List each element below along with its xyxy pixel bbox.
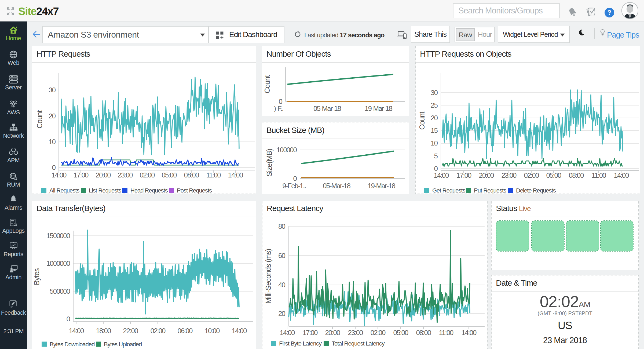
svg-text:06:00: 06:00 — [177, 327, 193, 335]
svg-text:18:00: 18:00 — [96, 327, 111, 335]
svg-text:20:00: 20:00 — [325, 329, 340, 337]
svg-text:10: 10 — [431, 139, 438, 147]
svg-text:08:00: 08:00 — [184, 171, 199, 179]
svg-text:25: 25 — [431, 101, 438, 109]
svg-text:Size(MB): Size(MB) — [265, 149, 273, 176]
svg-text:First Byte Latency: First Byte Latency — [279, 340, 322, 347]
svg-text:14:00: 14:00 — [280, 329, 295, 337]
svg-text:02:00: 02:00 — [370, 329, 386, 337]
svg-text:20: 20 — [431, 114, 438, 122]
svg-text:60: 60 — [278, 252, 285, 260]
svg-text:40: 40 — [278, 281, 285, 289]
svg-text:100000: 100000 — [276, 146, 297, 154]
svg-text:14:00: 14:00 — [51, 171, 67, 179]
svg-text:23:00: 23:00 — [118, 171, 133, 179]
svg-text:80: 80 — [278, 222, 285, 230]
svg-text:05:00: 05:00 — [393, 329, 408, 337]
svg-text:5: 5 — [434, 152, 438, 160]
svg-text:05-Mar-18: 05-Mar-18 — [323, 182, 350, 190]
svg-text:05-Mar-18: 05-Mar-18 — [313, 104, 341, 112]
svg-text:14:00: 14:00 — [614, 171, 629, 179]
svg-text:Get Requests: Get Requests — [432, 187, 466, 194]
svg-text:19-Mar-18: 19-Mar-18 — [365, 104, 392, 112]
svg-text:1500000: 1500000 — [46, 232, 70, 240]
svg-text:Total Request Latency: Total Request Latency — [332, 340, 385, 347]
svg-text:Bytes Uploaded: Bytes Uploaded — [104, 341, 142, 348]
svg-text:08:00: 08:00 — [416, 329, 431, 337]
svg-text:0: 0 — [52, 163, 56, 172]
svg-text:9-Feb-1..: 9-Feb-1.. — [282, 182, 306, 190]
svg-text:30: 30 — [431, 89, 438, 97]
svg-text:14:00: 14:00 — [228, 171, 243, 179]
svg-text:)-F..: )-F.. — [274, 104, 283, 112]
svg-text:Milli-Seconds (ms): Milli-Seconds (ms) — [264, 249, 272, 304]
svg-text:List Requests: List Requests — [89, 187, 121, 194]
svg-text:Bytes: Bytes — [33, 268, 41, 285]
svg-text:Delete Requests: Delete Requests — [516, 187, 556, 194]
svg-text:11:00: 11:00 — [206, 171, 221, 179]
svg-text:Count: Count — [263, 75, 271, 93]
svg-text:Post Requests: Post Requests — [177, 187, 212, 194]
svg-text:Count: Count — [418, 111, 426, 130]
svg-text:10: 10 — [49, 138, 56, 146]
svg-text:Count: Count — [36, 110, 44, 129]
svg-text:All Requests: All Requests — [49, 187, 80, 194]
svg-text:14:00: 14:00 — [434, 171, 449, 179]
svg-text:02:00: 02:00 — [150, 327, 166, 335]
svg-text:14:00: 14:00 — [461, 329, 477, 337]
svg-text:0: 0 — [67, 315, 70, 323]
svg-text:1000000: 1000000 — [46, 259, 70, 267]
svg-text:02:00: 02:00 — [140, 171, 155, 179]
svg-text:05:00: 05:00 — [546, 171, 561, 179]
svg-text:500000: 500000 — [50, 287, 70, 295]
svg-text:20:00: 20:00 — [479, 171, 494, 179]
svg-text:15: 15 — [431, 126, 438, 134]
svg-text:02:00: 02:00 — [524, 171, 539, 179]
svg-text:11:00: 11:00 — [439, 329, 453, 337]
svg-text:20:00: 20:00 — [96, 171, 111, 179]
svg-text:Bytes Downloaded: Bytes Downloaded — [50, 341, 94, 348]
svg-text:17:00: 17:00 — [302, 329, 318, 337]
svg-text:30: 30 — [49, 86, 56, 94]
svg-text:17:00: 17:00 — [73, 171, 89, 179]
svg-text:22:00: 22:00 — [123, 327, 138, 335]
svg-text:20: 20 — [278, 310, 285, 318]
svg-text:0: 0 — [293, 174, 297, 183]
svg-text:14:00: 14:00 — [232, 327, 247, 335]
svg-text:08:00: 08:00 — [569, 171, 584, 179]
svg-text:05:00: 05:00 — [162, 171, 177, 179]
svg-text:19-Mar-18: 19-Mar-18 — [368, 182, 395, 190]
svg-text:10:00: 10:00 — [204, 327, 220, 335]
svg-text:14:00: 14:00 — [69, 327, 84, 335]
svg-text:20: 20 — [49, 112, 56, 120]
svg-text:23:00: 23:00 — [348, 329, 363, 337]
svg-text:23:00: 23:00 — [501, 171, 517, 179]
svg-text:Head Requests: Head Requests — [130, 187, 168, 194]
svg-text:11:00: 11:00 — [591, 171, 606, 179]
svg-text:17:00: 17:00 — [456, 171, 471, 179]
svg-text:Put Requests: Put Requests — [474, 187, 506, 194]
